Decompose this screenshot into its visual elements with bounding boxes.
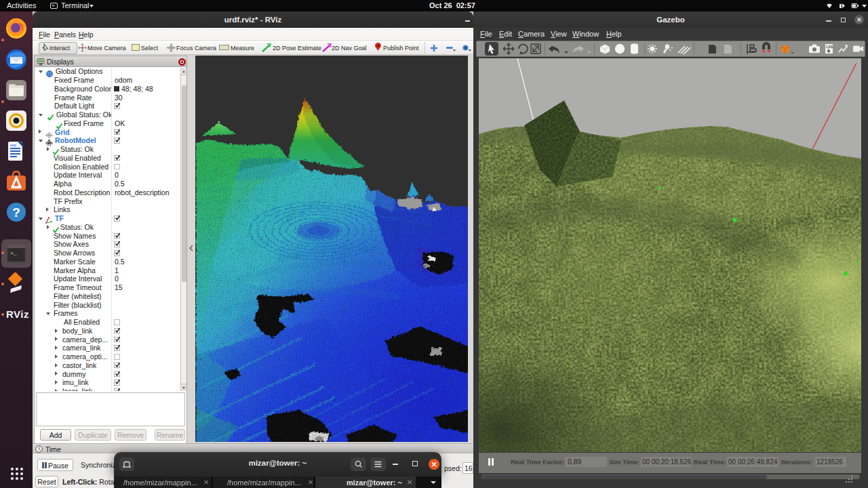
svg-text:>_: >_	[10, 250, 17, 256]
svg-text:?: ?	[12, 205, 20, 220]
svg-text:LOG: LOG	[827, 45, 833, 49]
